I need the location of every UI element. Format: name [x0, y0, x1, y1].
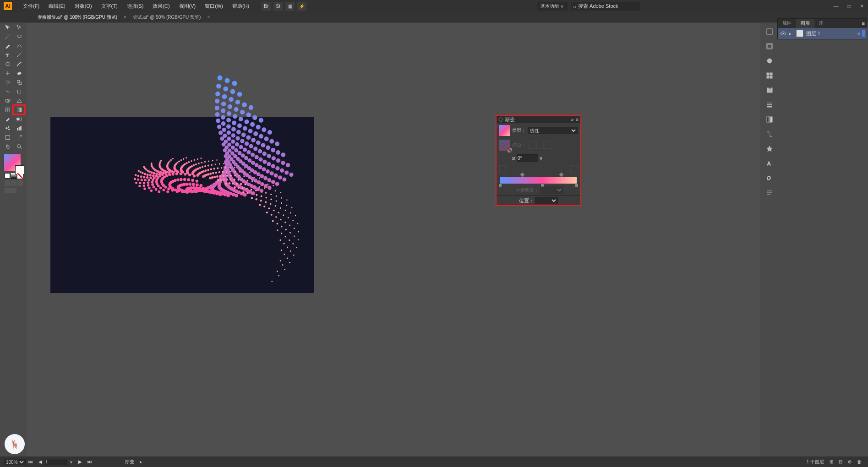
doc-tab-2-close-icon[interactable]: × [205, 15, 212, 20]
layers-footer-icon-2[interactable]: ⊟ [836, 459, 845, 464]
appearance-panel-icon[interactable] [764, 55, 775, 67]
menu-file[interactable]: 文件(F) [18, 0, 44, 12]
screen-mode-3-icon[interactable] [17, 180, 23, 186]
visibility-icon[interactable] [780, 30, 787, 37]
expand-icon[interactable]: ▸ [789, 31, 792, 37]
window-restore-button[interactable]: ▭ [842, 0, 855, 12]
doc-tab-2[interactable]: 尝试.ai* @ 50% (RGB/GPU 预览) [128, 12, 206, 22]
layers-footer-trash-icon[interactable]: 🗑 [854, 459, 864, 464]
tool-dropdown-icon[interactable]: ▸ [137, 459, 145, 464]
stock-icon[interactable]: St [273, 2, 283, 11]
layer-row[interactable]: ▸ 图层 1 ○ [778, 28, 867, 39]
fill-stroke-swatch[interactable] [4, 154, 21, 171]
paragraph-panel-icon[interactable] [764, 187, 775, 199]
properties-panel-icon[interactable] [764, 26, 775, 38]
menu-select[interactable]: 选择(S) [122, 0, 148, 12]
gradient-angle-input[interactable] [517, 154, 538, 162]
layer-name[interactable]: 图层 1 [806, 30, 820, 37]
free-transform-tool[interactable] [13, 87, 25, 96]
zoom-tool[interactable] [13, 142, 25, 151]
eyedropper-tool[interactable] [2, 114, 13, 124]
artboard-nav-prev-icon[interactable]: ◀ [36, 459, 45, 464]
arrange-docs-icon[interactable]: ▦ [285, 2, 295, 11]
layers-footer-icon-1[interactable]: ⊞ [827, 459, 836, 464]
aspect-lock-icon[interactable] [499, 165, 507, 173]
opacity-input[interactable] [540, 186, 563, 194]
shaper-tool[interactable] [2, 69, 13, 78]
line-tool[interactable] [13, 50, 25, 60]
doc-tab-1[interactable]: 变换螺旋.ai* @ 100% (RGB/GPU 预览) [33, 12, 122, 22]
graphic-styles-panel-icon[interactable] [764, 70, 775, 81]
stroke-panel-icon[interactable] [764, 99, 775, 111]
shape-builder-tool[interactable] [2, 96, 13, 105]
menu-window[interactable]: 窗口(W) [200, 0, 228, 12]
artboard-nav-dropdown-icon[interactable]: ∨ [67, 459, 76, 464]
symbols-panel-icon[interactable] [764, 143, 775, 155]
pen-tool[interactable] [2, 41, 13, 50]
stroke-align-3-icon[interactable] [545, 141, 552, 149]
stroke-align-1-icon[interactable] [528, 141, 535, 149]
window-close-button[interactable]: ✕ [855, 0, 868, 12]
selection-tool[interactable] [2, 23, 13, 32]
perspective-tool[interactable] [13, 96, 25, 105]
type-tool[interactable]: T [2, 50, 13, 60]
screen-mode-1-icon[interactable] [5, 180, 10, 186]
gradient-type-select[interactable]: 线性 [528, 127, 578, 134]
width-tool[interactable] [2, 87, 13, 96]
libraries-tab[interactable]: 库 [814, 19, 828, 28]
panel-collapse-icon[interactable]: » [571, 117, 573, 122]
align-panel-icon[interactable] [764, 84, 775, 96]
mesh-tool[interactable] [2, 105, 13, 114]
reverse-gradient-icon[interactable] [570, 165, 578, 173]
ellipse-tool[interactable] [2, 60, 13, 69]
eraser-tool[interactable] [13, 69, 25, 78]
zoom-select[interactable]: 100% [4, 459, 26, 465]
artboard-nav-first-icon[interactable]: ⏮ [26, 459, 36, 464]
menu-edit[interactable]: 编辑(E) [44, 0, 70, 12]
character-panel-icon[interactable]: A [764, 157, 775, 169]
artboard-tool[interactable] [2, 133, 13, 142]
stroke-align-2-icon[interactable] [536, 141, 544, 149]
artboard-nav-last-icon[interactable]: ⏭ [85, 459, 95, 464]
menu-object[interactable]: 对象(O) [70, 0, 97, 12]
doc-tab-1-close-icon[interactable]: × [122, 15, 128, 20]
gradient-preview-swatch[interactable] [499, 125, 510, 136]
stock-search-input[interactable]: ⌕ 搜索 Adobe Stock [571, 2, 640, 11]
hand-tool[interactable] [2, 142, 13, 151]
lasso-tool[interactable] [13, 32, 25, 41]
properties-tab[interactable]: 属性 [778, 19, 796, 28]
graph-tool[interactable] [13, 124, 25, 133]
menu-help[interactable]: 帮助(H) [228, 0, 254, 12]
artboard-nav-next-icon[interactable]: ▶ [76, 459, 85, 464]
menu-effect[interactable]: 效果(C) [148, 0, 174, 12]
layers-tab[interactable]: 图层 [796, 19, 814, 28]
magic-wand-tool[interactable] [2, 32, 13, 41]
none-color-icon[interactable] [17, 173, 23, 179]
bridge-icon[interactable]: Br [262, 2, 271, 11]
panel-menu-icon[interactable]: ≡ [576, 117, 579, 122]
menu-view[interactable]: 视图(V) [175, 0, 201, 12]
position-input[interactable] [535, 197, 558, 204]
transform-panel-icon[interactable] [764, 128, 775, 140]
menu-type[interactable]: 文字(T) [97, 0, 122, 12]
opentype-panel-icon[interactable]: O [764, 172, 775, 184]
screen-mode-button[interactable] [5, 188, 16, 193]
rotate-tool[interactable] [2, 78, 13, 87]
stroke-gradient-swatch[interactable] [499, 140, 510, 151]
gradient-panel-icon[interactable] [764, 114, 775, 125]
libraries-panel-icon[interactable] [764, 40, 775, 52]
layers-footer-new-icon[interactable]: ⊕ [845, 459, 854, 464]
gradient-ramp[interactable] [500, 177, 577, 184]
brush-tool[interactable] [13, 60, 25, 69]
screen-mode-2-icon[interactable] [11, 180, 16, 186]
gpu-icon[interactable]: ⚡ [297, 2, 306, 11]
gradient-tool[interactable] [13, 105, 25, 114]
scale-tool[interactable] [13, 78, 25, 87]
window-minimize-button[interactable]: — [830, 0, 842, 12]
blend-tool[interactable] [13, 114, 25, 124]
symbol-sprayer-tool[interactable] [2, 124, 13, 133]
canvas-stage[interactable] [27, 23, 760, 456]
solid-color-icon[interactable] [5, 173, 10, 179]
layer-target-icon[interactable]: ○ [857, 31, 860, 36]
panel-menu-icon[interactable]: ≡ [860, 21, 867, 26]
